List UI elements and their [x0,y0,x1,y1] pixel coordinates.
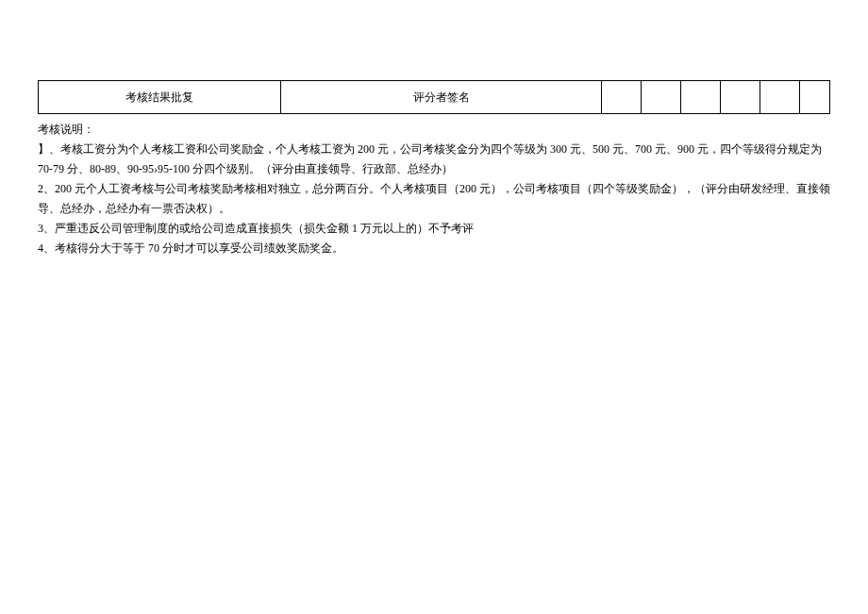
cell-empty-5 [760,81,800,113]
cell-signature-label: 评分者签名 [413,90,470,106]
table-row: 考核结果批复 评分者签名 [38,80,830,114]
cell-signature: 评分者签名 [281,81,602,113]
cell-empty-6 [800,81,837,113]
cell-empty-3 [681,81,721,113]
notes-line-4: 4、考核得分大于等于 70 分时才可以享受公司绩效奖励奖金。 [38,239,830,258]
notes-line-2: 2、200 元个人工资考核与公司考核奖励考核相对独立，总分两百分。个人考核项目（… [38,179,830,219]
cell-approval-label: 考核结果批复 [125,90,193,106]
notes-line-1: 】、考核工资分为个人考核工资和公司奖励金，个人考核工资为 200 元，公司考核奖… [38,140,830,179]
cell-empty-4 [721,81,760,113]
cell-empty-1 [602,81,642,113]
notes-line-3: 3、严重违反公司管理制度的或给公司造成直接损失（损失金额 1 万元以上的）不予考… [38,219,830,239]
notes-title: 考核说明： [38,120,830,140]
notes-section: 考核说明： 】、考核工资分为个人考核工资和公司奖励金，个人考核工资为 200 元… [38,120,830,258]
cell-approval: 考核结果批复 [39,81,281,113]
cell-empty-2 [642,81,681,113]
